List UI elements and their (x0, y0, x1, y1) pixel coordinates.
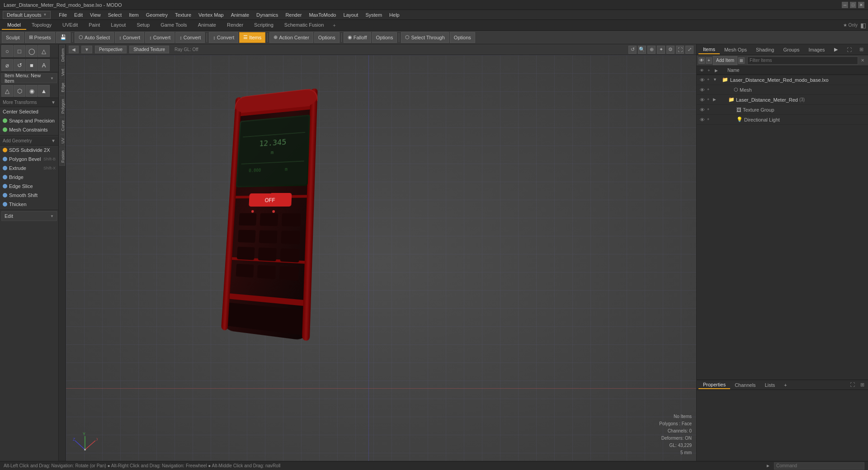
convert4-button[interactable]: ↕ Convert (209, 32, 238, 43)
tool-text-icon[interactable]: A (38, 59, 50, 71)
mesh-eye-icon[interactable]: 👁 (698, 86, 706, 94)
panel-expand-icon[interactable]: ◧ (860, 22, 866, 29)
texture-eye-icon[interactable]: 👁 (698, 106, 706, 113)
menu-animate[interactable]: Animate (227, 11, 253, 19)
action-center-button[interactable]: ⊕ Action Center (269, 32, 313, 43)
tab-animate[interactable]: Animate (193, 21, 222, 30)
tool-tri2-icon[interactable]: △ (1, 85, 13, 97)
menu-view[interactable]: View (86, 11, 104, 19)
add-icon[interactable]: + (706, 57, 712, 64)
item-row-laser[interactable]: 👁 + ▶ 📁 Laser_Distance_Meter_Red (3) (697, 95, 868, 105)
tab-scripting[interactable]: Scripting (249, 21, 279, 30)
convert3-button[interactable]: ↕ Convert (175, 32, 205, 43)
vtab-deform[interactable]: Deform (59, 45, 65, 65)
viewport-back-btn[interactable]: ◀ (69, 46, 79, 53)
viewport-settings-icon[interactable]: ⚙ (666, 46, 675, 54)
tab-images[interactable]: Images (804, 46, 830, 54)
vtab-curve[interactable]: Curve (59, 117, 65, 134)
viewport-star-icon[interactable]: ✦ (657, 46, 665, 54)
viewport-fullscreen-icon[interactable]: ⤢ (685, 46, 693, 54)
tab-topology[interactable]: Topology (26, 21, 57, 30)
menu-texture[interactable]: Texture (171, 11, 195, 19)
options2-button[interactable]: Options (372, 32, 397, 43)
viewport-expand-icon[interactable]: ⛶ (676, 46, 684, 54)
item-row-mesh[interactable]: 👁 + ⬡ Mesh (697, 85, 868, 95)
right-float-icon[interactable]: ⊞ (857, 47, 866, 52)
maximize-button[interactable]: □ (850, 2, 856, 8)
viewport-search-icon[interactable]: 🔍 (638, 46, 646, 54)
menu-geometry[interactable]: Geometry (142, 11, 171, 19)
snaps-precision-item[interactable]: Snaps and Precision (0, 116, 58, 125)
tool-tri3-icon[interactable]: ▲ (38, 85, 50, 97)
prop-tab-plus[interactable]: + (779, 381, 791, 389)
thicken-item[interactable]: Thicken (0, 200, 58, 209)
item-row-root[interactable]: 👁 + ▼ 📁 Laser_Distance_Meter_Red_modo_ba… (697, 75, 868, 85)
presets-button[interactable]: ⊞ Presets (25, 32, 55, 43)
prop-expand-icon[interactable]: ⛶ (848, 382, 857, 388)
tab-uvedit[interactable]: UVEdit (57, 21, 83, 30)
layout-dropdown[interactable]: Default Layouts ▼ (3, 11, 51, 19)
root-eye-icon[interactable]: 👁 (698, 76, 706, 84)
viewport-down-btn[interactable]: ▼ (81, 46, 92, 53)
vtab-edge[interactable]: Edge (59, 80, 65, 95)
mesh-constraints-item[interactable]: Mesh Constraints (0, 125, 58, 134)
items-button[interactable]: ☰ Items (239, 32, 265, 43)
bridge-item[interactable]: Bridge (0, 173, 58, 182)
filter-expand-icon[interactable]: ⊞ (738, 57, 745, 64)
vtab-uv[interactable]: UV (59, 135, 65, 147)
sds-subdivide-item[interactable]: SDS Subdivide 2X (0, 146, 58, 155)
add-geometry-header[interactable]: Add Geometry ▼ (0, 136, 58, 146)
tab-paint[interactable]: Paint (83, 21, 105, 30)
viewport[interactable]: ◀ ▼ Perspective Shaded Texture Ray GL: O… (66, 44, 696, 470)
item-list[interactable]: 👁 + ▼ 📁 Laser_Distance_Meter_Red_modo_ba… (697, 75, 868, 380)
options3-button[interactable]: Options (450, 32, 475, 43)
falloff-button[interactable]: ◉ Falloff (344, 32, 371, 43)
edge-slice-item[interactable]: Edge Slice (0, 182, 58, 191)
more-transforms-header[interactable]: More Transforms ▼ (0, 98, 58, 107)
center-selected-item[interactable]: Center Selected (0, 107, 58, 116)
menu-vertexmap[interactable]: Vertex Map (195, 11, 227, 19)
tool-solid-icon[interactable]: ■ (26, 59, 38, 71)
tool-rotate-icon[interactable]: ↺ (14, 59, 25, 71)
prop-tab-lists[interactable]: Lists (760, 381, 780, 389)
viewport-rotate-icon[interactable]: ↺ (628, 46, 637, 54)
tab-setup[interactable]: Setup (131, 21, 155, 30)
prop-tab-channels[interactable]: Channels (730, 381, 760, 389)
tool-square-icon[interactable]: □ (14, 45, 25, 57)
options1-button[interactable]: Options (314, 32, 340, 43)
vtab-polygon[interactable]: Polygon (59, 96, 65, 117)
command-input[interactable] (774, 462, 864, 470)
convert2-button[interactable]: ↕ Convert (145, 32, 175, 43)
menu-file[interactable]: File (55, 11, 71, 19)
add-item-button[interactable]: Add Item (713, 56, 737, 65)
tab-arrow[interactable]: ▶ (830, 45, 842, 54)
menu-edit[interactable]: Edit (71, 11, 86, 19)
menu-select[interactable]: Select (104, 11, 126, 19)
tab-groups[interactable]: Groups (778, 46, 804, 54)
close-button[interactable]: ✕ (858, 2, 864, 8)
vtab-fusion[interactable]: Fusion (59, 147, 65, 166)
preset-save-button[interactable]: 💾 (56, 32, 71, 43)
menu-maxtomodo[interactable]: MaxToModo (305, 11, 340, 19)
prop-tab-properties[interactable]: Properties (698, 381, 730, 389)
item-row-texture[interactable]: 👁 + 🖼 Texture Group (697, 105, 868, 115)
convert1-button[interactable]: ↕ Convert (115, 32, 144, 43)
tab-gametools[interactable]: Game Tools (155, 21, 193, 30)
tool-hex-icon[interactable]: ⬡ (14, 85, 25, 97)
light-eye-icon[interactable]: 👁 (698, 116, 706, 123)
item-row-light[interactable]: 👁 + 💡 Directional Light (697, 115, 868, 125)
auto-select-button[interactable]: ⬡ Auto Select (75, 32, 114, 43)
prop-float-icon[interactable]: ⊞ (859, 382, 866, 388)
filter-items-input[interactable] (747, 56, 858, 65)
edit-dropdown[interactable]: Edit ▼ (1, 211, 57, 221)
tab-render[interactable]: Render (222, 21, 249, 30)
tool-circle-icon[interactable]: ○ (1, 45, 13, 57)
tool-circle2-icon[interactable]: ◉ (26, 85, 38, 97)
tab-shading[interactable]: Shading (751, 46, 778, 54)
eye-all-icon[interactable]: 👁 (698, 57, 705, 64)
laser-eye-icon[interactable]: 👁 (698, 96, 706, 103)
tool-curve-icon[interactable]: ⌀ (1, 59, 13, 71)
menu-layout[interactable]: Layout (340, 11, 362, 19)
viewport-perspective[interactable]: Perspective (95, 46, 127, 53)
menu-system[interactable]: System (362, 11, 386, 19)
